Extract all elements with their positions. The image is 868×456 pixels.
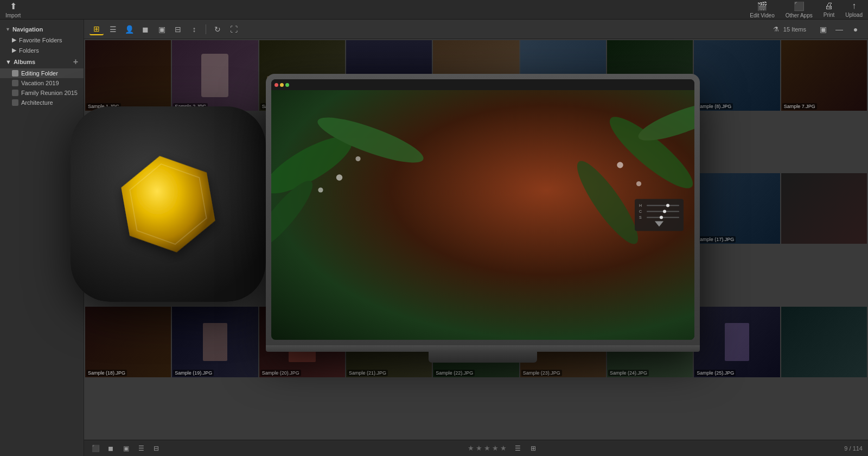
photo-cell-8[interactable]: Sample 7.JPG [781, 40, 867, 111]
sidebar: ▼ Navigation ▶ Favorite Folders ▶ Folder… [0, 20, 84, 456]
grid-area: Sample 1.JPG Sample 2.JPG Sample 3.JPG [84, 39, 868, 440]
print-icon: 🖨 [825, 1, 833, 11]
star-5[interactable]: ★ [500, 444, 507, 452]
sidebar-item-architecture[interactable]: Architecture [0, 98, 84, 107]
bottom-btn-2[interactable]: ◼ [105, 444, 117, 453]
upload-label: Upload [845, 12, 863, 18]
stars-area: ★ ★ ★ ★ ★ [468, 444, 507, 452]
edit-video-button[interactable]: 🎬 Edit Video [750, 1, 774, 18]
photo-cell-1[interactable]: Sample 2.JPG [172, 40, 258, 111]
photo-cell-7[interactable]: Sample (8).JPG [694, 40, 780, 111]
rotate-button[interactable]: ↻ [210, 23, 225, 35]
sort-button[interactable]: ↕ [187, 23, 201, 35]
folders-label: Folders [19, 47, 39, 54]
edit-video-icon: 🎬 [757, 1, 768, 11]
view-option-2[interactable]: — [832, 23, 846, 35]
star-4[interactable]: ★ [492, 444, 499, 452]
star-3[interactable]: ★ [484, 444, 490, 452]
photo-cell-0[interactable]: Sample 1.JPG [85, 40, 171, 111]
people-view-button[interactable]: 👤 [122, 23, 136, 35]
photo-cell-26[interactable] [781, 307, 867, 377]
favorite-folders-chevron: ▶ [12, 36, 16, 43]
zoom-slider[interactable]: ● [848, 23, 863, 35]
albums-header: ▼ Albums + [0, 55, 84, 68]
list-view-button[interactable]: ☰ [106, 23, 120, 35]
sidebar-item-vacation-2019[interactable]: Vacation 2019 [0, 78, 84, 88]
photo-label-23: Sample (23).JPG [521, 370, 562, 376]
photo-label-4: Sample 4.JPG [434, 103, 469, 110]
main-layout: ▼ Navigation ▶ Favorite Folders ▶ Folder… [0, 20, 868, 456]
compare-view-button[interactable]: ▣ [155, 23, 169, 35]
photo-cell-5[interactable]: Sample 5.JPG [520, 40, 606, 111]
photo-cell-3[interactable]: Sample (3).JPG [346, 40, 432, 111]
print-label: Print [824, 12, 835, 18]
photo-cell-20[interactable]: Sample (20).JPG [259, 307, 345, 377]
photo-cell-18[interactable]: Sample (18).JPG [85, 307, 171, 377]
photo-cell-25[interactable]: Sample (25).JPG [694, 307, 780, 377]
fullscreen-button[interactable]: ⛶ [227, 23, 241, 35]
other-apps-icon: ⬛ [794, 1, 805, 11]
navigation-header[interactable]: ▼ Navigation [0, 24, 84, 35]
other-apps-button[interactable]: ⬛ Other Apps [786, 1, 813, 18]
sidebar-item-family-reunion[interactable]: Family Reunion 2015 [0, 88, 84, 98]
photo-cell-2[interactable]: Sample 3.JPG [259, 40, 345, 111]
photo-cell-24[interactable]: Sample (24).JPG [607, 307, 693, 377]
photo-label-1: Sample 2.JPG [173, 103, 208, 110]
photo-cell-12[interactable] [346, 173, 432, 244]
architecture-icon [12, 99, 18, 106]
photo-cell-23[interactable]: Sample (23).JPG [520, 307, 606, 377]
photo-cell-4[interactable]: Sample 4.JPG [433, 40, 519, 111]
star-2[interactable]: ★ [476, 444, 482, 452]
star-1[interactable]: ★ [468, 444, 474, 452]
bottom-list-btn[interactable]: ☰ [512, 444, 524, 453]
photo-label-5: Sample 5.JPG [521, 103, 556, 110]
view-option-1[interactable]: ▣ [816, 23, 830, 35]
photo-label-8: Sample 7.JPG [782, 103, 817, 110]
photo-cell-17[interactable] [781, 173, 867, 244]
print-button[interactable]: 🖨 Print [824, 1, 835, 18]
sidebar-item-editing-folder[interactable]: Editing Folder [0, 68, 84, 78]
family-reunion-icon [12, 90, 18, 96]
sidebar-item-favorite-folders[interactable]: ▶ Favorite Folders [0, 35, 84, 45]
photo-cell-21[interactable]: Sample (21).JPG [346, 307, 432, 377]
import-button[interactable]: ⬆ Import [5, 1, 21, 18]
family-reunion-label: Family Reunion 2015 [21, 90, 78, 96]
photo-cell-13[interactable] [433, 173, 519, 244]
import-label: Import [5, 12, 21, 18]
architecture-label: Architecture [21, 99, 53, 106]
folders-chevron: ▶ [12, 47, 16, 54]
photo-cell-15[interactable] [607, 173, 693, 244]
photo-label-2: Sample 3.JPG [260, 103, 295, 110]
filter-area: ⚗ 15 Items ▣ — ● [773, 23, 863, 35]
photo-cell-11[interactable]: Sample (12).JPG [259, 173, 345, 244]
photo-grid: Sample 1.JPG Sample 2.JPG Sample 3.JPG [84, 39, 868, 440]
photo-cell-14[interactable] [520, 173, 606, 244]
bottom-btn-5[interactable]: ⊟ [150, 444, 162, 453]
photo-cell-9[interactable] [85, 173, 171, 244]
sidebar-item-folders[interactable]: ▶ Folders [0, 45, 84, 55]
bottom-btn-3[interactable]: ▣ [120, 444, 132, 453]
view-toolbar: ⊞ ☰ 👤 ◼ ▣ ⊟ ↕ ↻ ⛶ ⚗ 15 Items ▣ — ● [84, 20, 868, 39]
photo-label-21: Sample (21).JPG [347, 370, 388, 376]
photo-label-16: Sample (17).JPG [695, 236, 736, 243]
photo-label-18: Sample (18).JPG [86, 370, 127, 376]
square-view-button[interactable]: ◼ [138, 23, 152, 35]
edit-video-label: Edit Video [750, 12, 774, 18]
grid-view-button[interactable]: ⊞ [90, 23, 104, 35]
add-album-button[interactable]: + [73, 58, 78, 66]
photo-cell-10[interactable] [172, 173, 258, 244]
photo-cell-16[interactable]: Sample (17).JPG [694, 173, 780, 244]
bottom-bar: ⬛ ◼ ▣ ☰ ⊟ ★ ★ ★ ★ ★ ☰ ⊞ 9 / 114 [84, 440, 868, 456]
photo-label-25: Sample (25).JPG [695, 370, 736, 376]
bottom-btn-4[interactable]: ☰ [135, 444, 147, 453]
bottom-btn-1[interactable]: ⬛ [90, 444, 101, 453]
other-apps-label: Other Apps [786, 12, 813, 18]
photo-cell-22[interactable]: Sample (22).JPG [433, 307, 519, 377]
photo-label-20: Sample (20).JPG [260, 370, 301, 376]
content-area: ⊞ ☰ 👤 ◼ ▣ ⊟ ↕ ↻ ⛶ ⚗ 15 Items ▣ — ● [84, 20, 868, 456]
photo-cell-6[interactable]: Sample 6.JPG [607, 40, 693, 111]
upload-button[interactable]: ↑ Upload [845, 1, 863, 18]
bottom-grid-btn[interactable]: ⊞ [527, 444, 539, 453]
photo-cell-19[interactable]: Sample (19).JPG [172, 307, 258, 377]
multi-view-button[interactable]: ⊟ [171, 23, 185, 35]
